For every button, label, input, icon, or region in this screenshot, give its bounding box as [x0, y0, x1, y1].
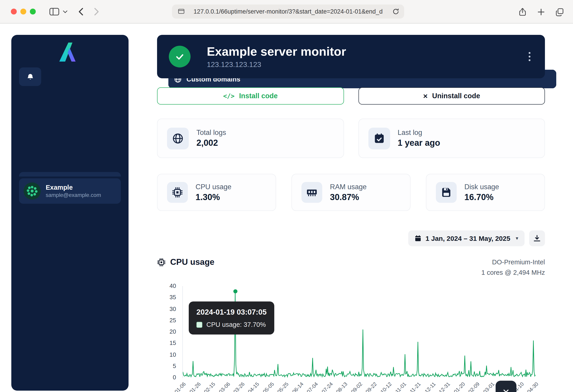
disk-icon	[436, 182, 457, 203]
scroll-down-button[interactable]	[496, 381, 517, 392]
monitor-title: Example server monitor	[207, 45, 346, 59]
stat-value: 1.30%	[196, 192, 232, 202]
sidebar-toggle-icon[interactable]	[49, 8, 59, 15]
forward-icon[interactable]	[94, 8, 99, 15]
stat-value: 1 year ago	[398, 138, 440, 148]
y-axis-tick: 20	[157, 328, 176, 335]
y-axis-tick: 40	[157, 283, 176, 289]
chevron-down-icon: ▾	[516, 235, 518, 241]
url-text: 127.0.0.1/66uptime/server-monitor/3?&sta…	[172, 8, 404, 15]
monitor-header-card: Example server monitor 123.123.123.123	[157, 35, 545, 78]
y-axis-tick: 15	[157, 340, 176, 346]
chart-tooltip: 2024-01-19 03:07:05 CPU usage: 37.70%	[189, 302, 274, 335]
series-swatch	[197, 321, 202, 327]
cpu-usage-card: CPU usage 1.30%	[157, 174, 276, 211]
notifications-button[interactable]	[19, 68, 41, 86]
calendar-icon	[415, 235, 421, 242]
y-axis: 4035302520151050	[157, 286, 179, 377]
sidebar: Dashboard Uptime monitors DNS monitors	[11, 35, 128, 391]
monitor-ip: 123.123.123.123	[207, 60, 346, 69]
y-axis-tick: 25	[157, 317, 176, 324]
back-icon[interactable]	[78, 8, 83, 15]
ram-icon	[302, 182, 322, 203]
uninstall-code-label: Uninstall code	[432, 92, 480, 100]
close-icon: ×	[423, 92, 428, 100]
status-up-icon	[169, 46, 191, 68]
y-axis-tick: 35	[157, 294, 176, 301]
date-range-label: 1 Jan, 2024 – 31 May, 2025	[426, 234, 510, 242]
y-axis-tick: 0	[157, 374, 176, 381]
browser-toolbar: 127.0.0.1/66uptime/server-monitor/3?&sta…	[0, 0, 573, 23]
last-log-card: Last log 1 year ago	[358, 119, 545, 158]
series-peak-dot	[233, 289, 237, 293]
tab-overview-icon[interactable]	[555, 7, 564, 16]
page-settings-icon[interactable]	[178, 8, 185, 15]
app-logo[interactable]	[19, 41, 121, 62]
cpu-icon	[157, 258, 166, 267]
disk-usage-card: Disk usage 16.70%	[426, 174, 545, 211]
stat-label: CPU usage	[196, 183, 232, 191]
share-icon[interactable]	[518, 7, 527, 16]
cpu-icon	[167, 182, 188, 203]
stat-value: 16.70%	[464, 192, 499, 202]
main-content: Example server monitor 123.123.123.123 <…	[157, 35, 545, 392]
tooltip-value: CPU usage: 37.70%	[206, 321, 266, 328]
stat-label: Disk usage	[464, 183, 499, 191]
user-name: Example	[46, 184, 101, 191]
chart-title: CPU usage	[170, 257, 214, 267]
server-specs: 1 cores @ 2,494 MHz	[481, 267, 545, 278]
download-icon	[533, 234, 541, 242]
uninstall-code-button[interactable]: × Uninstall code	[358, 87, 545, 105]
monitor-options-button[interactable]	[526, 48, 533, 65]
cpu-usage-chart: CPU usage DO-Premium-Intel 1 cores @ 2,4…	[157, 257, 545, 392]
tooltip-timestamp: 2024-01-19 03:07:05	[197, 308, 267, 316]
close-window-button[interactable]	[11, 9, 17, 15]
install-code-label: Install code	[239, 92, 278, 100]
globe-icon	[167, 127, 189, 149]
server-name: DO-Premium-Intel	[481, 257, 545, 267]
chart-plot-area[interactable]: 4035302520151050 2024-01-062024-01-26202…	[157, 286, 545, 392]
chart-toolbar: 1 Jan, 2024 – 31 May, 2025 ▾	[157, 231, 545, 246]
sidebar-nav: Dashboard Uptime monitors DNS monitors	[19, 68, 121, 163]
calendar-check-icon	[368, 127, 390, 149]
user-email: sample@example.com	[46, 192, 101, 198]
reload-icon[interactable]	[393, 8, 399, 15]
download-chart-button[interactable]	[529, 231, 545, 246]
new-tab-icon[interactable]	[537, 7, 545, 16]
y-axis-tick: 30	[157, 305, 176, 312]
date-range-picker[interactable]: 1 Jan, 2024 – 31 May, 2025 ▾	[408, 231, 525, 246]
x-axis: 2024-01-062024-01-262024-02-152024-03-06…	[183, 379, 536, 392]
y-axis-tick: 10	[157, 351, 176, 358]
bell-icon	[26, 73, 34, 80]
avatar	[23, 182, 41, 200]
maximize-window-button[interactable]	[30, 9, 36, 15]
stat-value: 2,002	[197, 138, 226, 148]
code-actions: </> Install code × Uninstall code	[157, 87, 545, 105]
user-menu[interactable]: Example sample@example.com	[19, 178, 121, 204]
total-logs-card: Total logs 2,002	[157, 119, 344, 158]
chevron-down-icon[interactable]	[63, 10, 68, 13]
usage-stats-row: CPU usage 1.30% RAM usage 30.87% Disk	[157, 174, 545, 211]
window-controls	[11, 9, 36, 15]
address-bar[interactable]: 127.0.0.1/66uptime/server-monitor/3?&sta…	[172, 4, 404, 18]
code-icon: </>	[223, 92, 235, 100]
stat-label: Last log	[398, 128, 440, 137]
log-stats-row: Total logs 2,002 Last log 1 year ago	[157, 119, 545, 158]
logo-icon	[57, 41, 83, 62]
stat-label: RAM usage	[330, 183, 367, 191]
y-axis-tick: 5	[157, 363, 176, 369]
ram-usage-card: RAM usage 30.87%	[291, 174, 411, 211]
app-window: 127.0.0.1/66uptime/server-monitor/3?&sta…	[0, 0, 573, 392]
stat-label: Total logs	[197, 128, 226, 137]
install-code-button[interactable]: </> Install code	[157, 87, 344, 105]
minimize-window-button[interactable]	[20, 9, 26, 15]
sidebar-item-partial	[19, 172, 121, 177]
chevron-down-icon	[502, 387, 510, 392]
toolbar-actions	[518, 0, 564, 23]
stat-value: 30.87%	[330, 192, 367, 202]
